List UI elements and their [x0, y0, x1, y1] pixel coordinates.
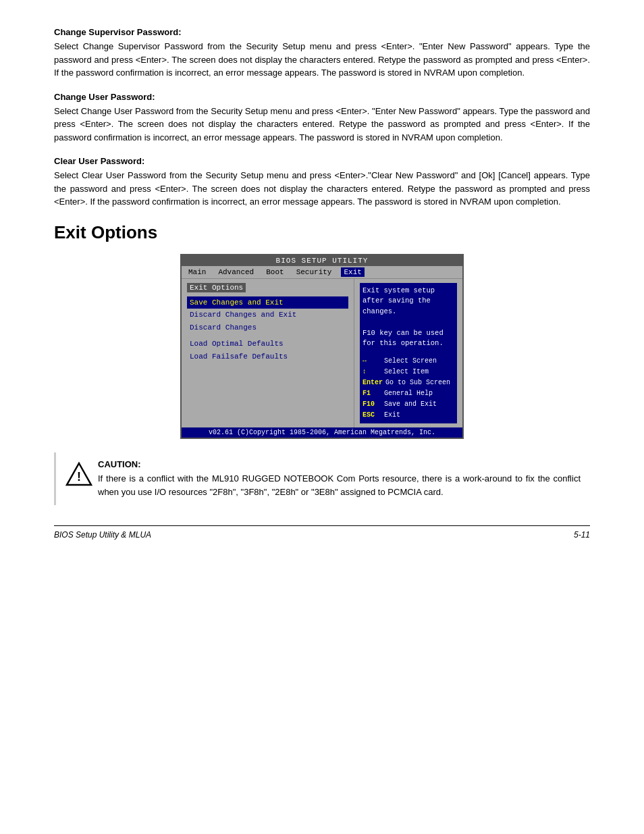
page-footer: BIOS Setup Utility & MLUA 5-11 [54, 525, 590, 540]
section-change-supervisor-password: Change Supervisor Password: Select Chang… [54, 27, 590, 80]
bios-nav-key-esc: ESC [363, 410, 381, 421]
bios-body: Exit Options Save Changes and Exit Disca… [182, 279, 462, 428]
footer-left: BIOS Setup Utility & MLUA [54, 530, 151, 540]
bios-nav-enter: Enter Go to Sub Screen [363, 377, 454, 388]
bios-nav-table: ↔ Select Screen ↕ Select Item Enter Go t… [363, 356, 454, 421]
bios-nav-screen: ↔ Select Screen [363, 356, 454, 367]
bios-help-text: Exit system setupafter saving thechanges… [363, 286, 454, 350]
caution-title: CAUTION: [98, 459, 581, 469]
bios-nav-key-arrows: ↔ [363, 356, 381, 367]
bios-option-discard[interactable]: Discard Changes [187, 321, 348, 334]
section-body-supervisor: Select Change Supervisor Password from t… [54, 40, 590, 80]
bios-nav-esc: ESC Exit [363, 410, 454, 421]
bios-option-save-exit[interactable]: Save Changes and Exit [187, 296, 348, 309]
exit-options-heading: Exit Options [54, 222, 590, 243]
bios-menu-main[interactable]: Main [186, 267, 209, 277]
bios-nav-desc-enter: Go to Sub Screen [385, 377, 450, 388]
bios-nav-key-enter: Enter [363, 377, 383, 388]
bios-menu-boot[interactable]: Boot [263, 267, 286, 277]
section-change-user-password: Change User Password: Select Change User… [54, 92, 590, 145]
caution-box: ! CAUTION: If there is a conflict with t… [54, 452, 590, 505]
bios-option-discard-exit[interactable]: Discard Changes and Exit [187, 309, 348, 321]
footer-right: 5-11 [574, 530, 590, 540]
section-heading-user: Change User Password: [54, 92, 590, 102]
bios-screen: BIOS SETUP UTILITY Main Advanced Boot Se… [180, 254, 464, 440]
bios-nav-desc-f10: Save and Exit [384, 399, 437, 410]
section-heading-clear: Clear User Password: [54, 156, 590, 166]
caution-icon: ! [65, 461, 90, 485]
bios-section-title: Exit Options [187, 283, 246, 292]
bios-nav-f1: F1 General Help [363, 388, 454, 399]
bios-footer: v02.61 (C)Copyright 1985-2006, American … [182, 427, 462, 438]
bios-nav-key-f1: F1 [363, 388, 381, 399]
bios-menu-advanced[interactable]: Advanced [215, 267, 257, 277]
bios-left-panel: Exit Options Save Changes and Exit Disca… [182, 279, 354, 428]
bios-menu-exit[interactable]: Exit [341, 267, 364, 277]
bios-help-panel: Exit system setupafter saving thechanges… [360, 283, 457, 424]
bios-nav-desc-item: Select Item [384, 367, 429, 377]
bios-menu-bar: Main Advanced Boot Security Exit [182, 266, 462, 279]
bios-nav-desc-esc: Exit [384, 410, 400, 421]
bios-screen-container: BIOS SETUP UTILITY Main Advanced Boot Se… [54, 254, 590, 440]
section-heading-supervisor: Change Supervisor Password: [54, 27, 590, 37]
bios-nav-key-updown: ↕ [363, 367, 381, 377]
section-body-clear: Select Clear User Password from the Secu… [54, 169, 590, 209]
bios-nav-desc-f1: General Help [384, 388, 433, 399]
bios-menu-security[interactable]: Security [294, 267, 335, 277]
bios-option-optimal[interactable]: Load Optimal Defaults [187, 338, 348, 350]
bios-nav-desc-screen: Select Screen [384, 356, 437, 367]
caution-text: If there is a conflict with the ML910 RU… [98, 472, 581, 498]
bios-option-failsafe[interactable]: Load Failsafe Defaults [187, 350, 348, 363]
bios-nav-key-f10: F10 [363, 399, 381, 410]
bios-right-panel: Exit system setupafter saving thechanges… [354, 279, 462, 428]
section-clear-user-password: Clear User Password: Select Clear User P… [54, 156, 590, 209]
caution-content: CAUTION: If there is a conflict with the… [98, 459, 581, 498]
bios-nav-item: ↕ Select Item [363, 367, 454, 377]
bios-nav-f10: F10 Save and Exit [363, 399, 454, 410]
section-body-user: Select Change User Password from the Sec… [54, 105, 590, 145]
bios-title-bar: BIOS SETUP UTILITY [182, 255, 462, 266]
svg-text:!: ! [77, 470, 81, 484]
